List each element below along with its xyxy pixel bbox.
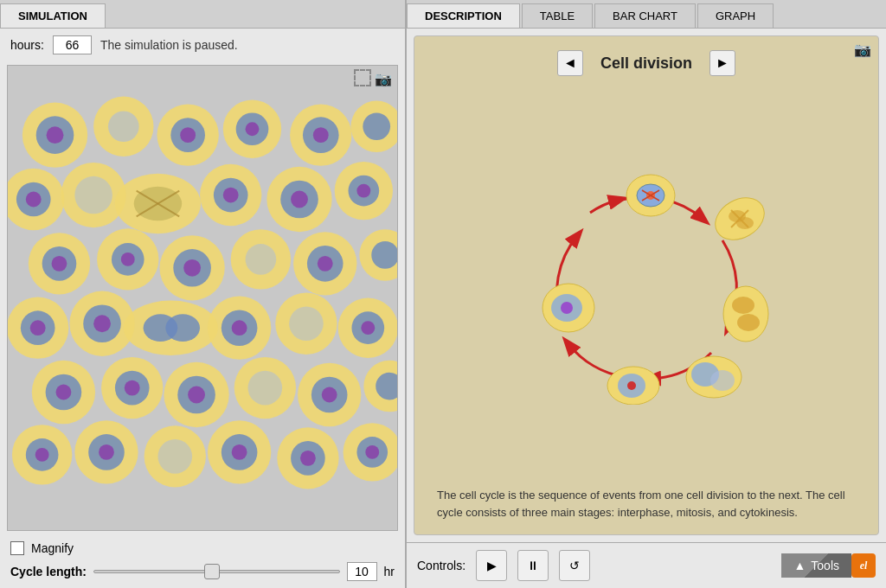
svg-point-37 [52, 256, 67, 272]
cycle-slider-thumb[interactable] [204, 564, 220, 579]
magnify-label: Magnify [31, 541, 74, 555]
svg-point-43 [183, 259, 201, 277]
paused-text: The simulation is paused. [100, 38, 238, 52]
cycle-diagram [428, 86, 864, 480]
description-text: The cell cycle is the sequence of events… [428, 487, 864, 521]
reset-button[interactable]: ↺ [559, 550, 590, 581]
svg-point-21 [74, 176, 112, 214]
svg-point-45 [246, 244, 277, 275]
svg-point-67 [361, 321, 375, 335]
svg-point-62 [232, 320, 247, 336]
svg-point-8 [180, 127, 196, 143]
hours-label: hours: [10, 38, 44, 52]
controls-section: Controls: ▶ ⏸ ↺ [417, 550, 590, 581]
magnify-checkbox[interactable] [10, 541, 24, 555]
tab-bar-chart[interactable]: BAR CHART [594, 3, 696, 28]
svg-point-34 [356, 184, 370, 198]
tools-section: ▲ Tools el [781, 553, 876, 578]
svg-point-124 [561, 302, 573, 314]
cycle-value-input[interactable] [347, 562, 377, 581]
svg-point-19 [26, 192, 42, 208]
svg-point-78 [248, 371, 283, 406]
svg-point-97 [300, 451, 316, 466]
hr-label: hr [384, 565, 395, 578]
svg-point-114 [732, 297, 754, 314]
svg-point-3 [47, 126, 64, 144]
svg-point-94 [232, 444, 247, 460]
prev-button[interactable]: ◄ [557, 50, 583, 76]
controls-label: Controls: [417, 559, 465, 572]
desc-header: ◄ Cell division ► [428, 50, 864, 76]
tab-simulation[interactable]: SIMULATION [0, 3, 106, 28]
svg-point-115 [737, 314, 760, 331]
right-panel: DESCRIPTION TABLE BAR CHART GRAPH 📷 ◄ Ce… [407, 0, 886, 588]
left-controls: hours: The simulation is paused. [0, 29, 405, 61]
svg-point-28 [223, 188, 239, 203]
svg-point-76 [188, 387, 205, 404]
el-logo-icon: el [851, 553, 876, 578]
svg-point-73 [125, 380, 140, 396]
cycle-row: Cycle length: hr [10, 562, 395, 581]
svg-point-40 [121, 252, 135, 266]
hours-input[interactable] [53, 35, 92, 54]
main-container: SIMULATION hours: The simulation is paus… [0, 0, 886, 588]
left-tab-bar: SIMULATION [0, 0, 405, 29]
svg-point-113 [723, 286, 768, 342]
svg-point-89 [99, 444, 114, 460]
tools-label: Tools [811, 559, 839, 572]
tools-button[interactable]: ▲ Tools [781, 553, 851, 578]
svg-point-53 [30, 320, 46, 336]
simulation-view: 📷 [7, 65, 398, 531]
svg-point-86 [35, 448, 49, 462]
svg-point-91 [157, 439, 192, 474]
play-button[interactable]: ▶ [476, 550, 507, 581]
svg-point-56 [93, 315, 111, 332]
pause-button[interactable]: ⏸ [517, 550, 549, 581]
tab-graph[interactable]: GRAPH [697, 3, 774, 28]
svg-point-64 [289, 306, 324, 341]
camera-icon-right[interactable]: 📷 [854, 42, 871, 58]
svg-point-70 [56, 385, 72, 400]
svg-point-81 [322, 387, 337, 403]
svg-point-59 [165, 314, 200, 342]
right-tab-bar: DESCRIPTION TABLE BAR CHART GRAPH [407, 0, 886, 29]
tools-triangle-icon: ▲ [793, 559, 806, 572]
tab-description[interactable]: DESCRIPTION [407, 3, 520, 28]
dashed-border [354, 69, 371, 86]
svg-point-5 [108, 111, 139, 142]
magnify-row: Magnify [10, 541, 395, 555]
svg-point-121 [627, 381, 636, 390]
svg-point-112 [736, 217, 754, 229]
cell-cycle-svg [491, 163, 802, 405]
svg-point-100 [365, 445, 379, 459]
bottom-controls: Magnify Cycle length: hr [0, 534, 405, 588]
camera-icon-left[interactable]: 📷 [375, 71, 392, 87]
next-button[interactable]: ► [709, 50, 735, 76]
cycle-length-label: Cycle length: [10, 565, 87, 578]
diagram-title: Cell division [600, 54, 692, 73]
svg-point-118 [710, 370, 735, 391]
tab-table[interactable]: TABLE [522, 3, 593, 28]
svg-point-16 [363, 112, 390, 140]
left-panel: SIMULATION hours: The simulation is paus… [0, 0, 407, 588]
description-view: 📷 ◄ Cell division ► [414, 35, 879, 535]
svg-point-14 [313, 127, 329, 143]
svg-point-31 [291, 191, 308, 208]
cycle-slider-container [93, 563, 340, 580]
svg-point-48 [318, 256, 333, 272]
svg-point-11 [246, 122, 260, 136]
bottom-bar: Controls: ▶ ⏸ ↺ ▲ Tools el [407, 542, 886, 588]
cells-svg [8, 66, 397, 530]
